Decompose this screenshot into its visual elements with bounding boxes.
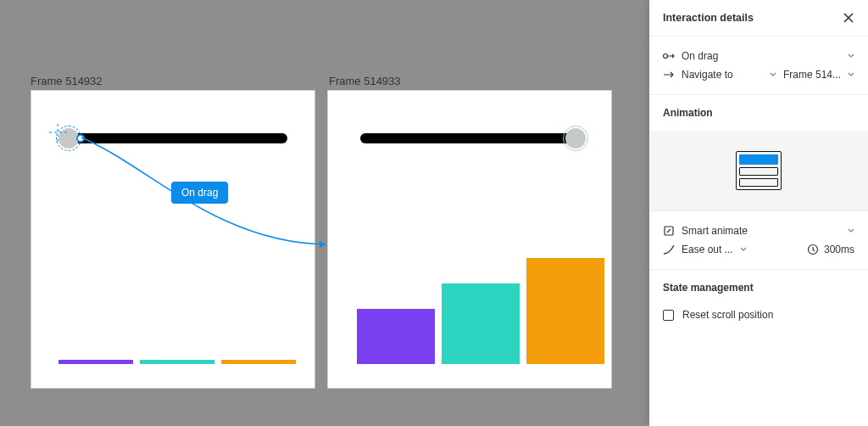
chevron-down-icon (848, 71, 854, 78)
bar-1b (140, 360, 214, 364)
clock-icon (807, 244, 819, 255)
animation-section-title: Animation (649, 95, 868, 131)
trigger-row[interactable]: On drag (663, 47, 854, 65)
reset-scroll-label: Reset scroll position (682, 309, 773, 321)
svg-point-0 (664, 54, 668, 59)
slider-track-1 (64, 133, 287, 143)
transition-row[interactable]: Smart animate (663, 221, 854, 240)
bar-1c (221, 360, 296, 364)
trigger-label: On drag (682, 50, 841, 62)
animation-preview[interactable] (649, 131, 868, 211)
action-label: Navigate to (682, 69, 763, 81)
frame-514933[interactable] (327, 90, 612, 389)
prototype-canvas[interactable]: Frame 514932 Frame 514933 Flow 3 On drag (0, 0, 648, 426)
ease-curve-icon (663, 244, 675, 255)
chevron-down-icon (740, 246, 747, 253)
chevron-down-icon (848, 227, 854, 234)
chevron-down-icon (848, 53, 854, 59)
reset-scroll-checkbox[interactable] (663, 310, 674, 321)
anim-highlight (739, 154, 778, 165)
action-row[interactable]: Navigate to Frame 514... (663, 65, 854, 84)
transition-section: Smart animate Ease out ... 300ms (649, 211, 868, 270)
easing-duration-row: Ease out ... 300ms (663, 240, 854, 259)
interaction-details-panel: Interaction details On drag Navigate to … (649, 0, 868, 426)
frame-514932[interactable] (31, 90, 315, 389)
bar-2b (442, 283, 520, 364)
bar-2c (526, 258, 604, 364)
interaction-source-handle[interactable] (76, 134, 85, 143)
smart-animate-icon (663, 225, 675, 237)
animation-thumbnail (736, 151, 782, 190)
slider-track-2 (360, 133, 584, 143)
bar-1a (58, 360, 133, 364)
frame-label-2[interactable]: Frame 514933 (329, 75, 401, 87)
trigger-section: On drag Navigate to Frame 514... (649, 36, 868, 95)
transition-label: Smart animate (682, 225, 841, 237)
chevron-down-icon (770, 71, 776, 78)
reset-scroll-row[interactable]: Reset scroll position (663, 305, 854, 324)
destination-value[interactable]: Frame 514... (783, 69, 841, 81)
panel-title: Interaction details (663, 12, 754, 24)
duration-field[interactable]: 300ms (807, 244, 854, 255)
slider-knob-2[interactable] (565, 128, 586, 149)
anim-line (739, 178, 778, 187)
duration-value: 300ms (824, 244, 854, 255)
state-section-title: State management (649, 270, 868, 305)
close-icon[interactable] (843, 12, 854, 24)
easing-select[interactable]: Ease out ... (663, 244, 800, 255)
navigate-icon (663, 69, 675, 81)
frame-label-1[interactable]: Frame 514932 (31, 75, 103, 87)
drag-icon (663, 50, 675, 62)
easing-label: Ease out ... (682, 244, 733, 255)
interaction-pill[interactable]: On drag (171, 182, 228, 204)
panel-header: Interaction details (649, 0, 868, 36)
bar-2a (357, 309, 435, 364)
state-section: Reset scroll position (649, 305, 868, 334)
anim-line (739, 167, 778, 176)
